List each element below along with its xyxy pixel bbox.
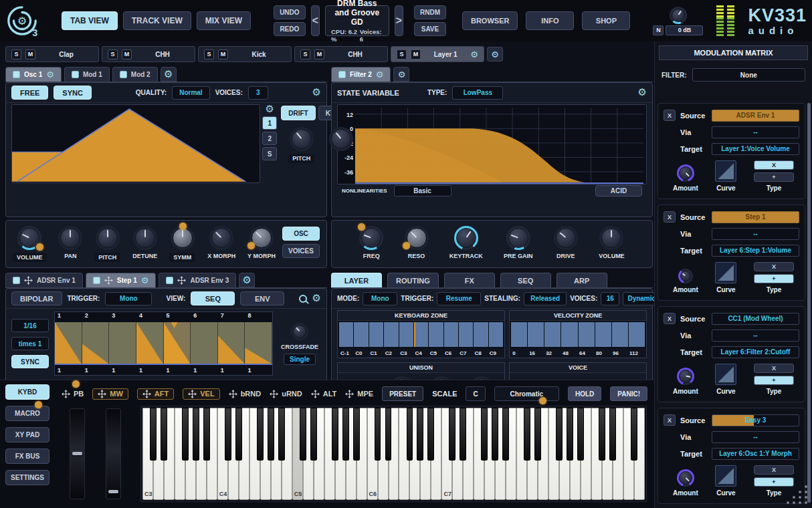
step-cell[interactable] [82, 322, 110, 364]
black-key[interactable] [257, 408, 264, 461]
target-select[interactable]: Layer 6:Osc 1:Y Morph [712, 448, 799, 460]
wave-select-1[interactable]: 1 [262, 116, 277, 130]
acid-button[interactable]: ACID [595, 185, 642, 197]
black-key[interactable] [492, 408, 498, 461]
mode-select[interactable]: Mono [363, 292, 397, 305]
mute-button[interactable]: M [122, 49, 132, 59]
layer-gear-icon[interactable]: ⚙ [470, 50, 478, 59]
mod-source-mpe[interactable]: MPE [345, 390, 373, 398]
chromatic-select[interactable]: Chromatic [494, 386, 559, 401]
zone-cell[interactable] [544, 322, 561, 347]
pitch-bend-wheel[interactable] [70, 408, 85, 499]
wave-select-s[interactable]: S [262, 147, 277, 160]
speed-knob[interactable] [329, 127, 353, 151]
layer-trigger-select[interactable]: Resume [437, 292, 481, 305]
zone-cell[interactable] [561, 322, 577, 347]
nav-info-button[interactable]: INFO [526, 11, 574, 30]
amount-knob[interactable] [677, 164, 694, 182]
target-select[interactable]: Layer 6:Step 1:Volume [712, 245, 799, 257]
via-select[interactable]: -- [712, 330, 799, 342]
type-plus-button[interactable]: + [754, 172, 794, 182]
nonlinearities-select[interactable]: Basic [394, 185, 451, 197]
black-key[interactable] [353, 408, 360, 461]
seq-view-button[interactable]: SEQ [191, 291, 235, 305]
target-select[interactable]: Layer 1:Voice Volume [712, 143, 799, 155]
source-select[interactable]: ADSR Env 1 [712, 110, 799, 122]
stealing-select[interactable]: Released [524, 292, 567, 305]
pan-knob[interactable] [58, 226, 82, 250]
tab-adsr-env-3[interactable]: ADSR Env 3 [159, 273, 236, 287]
sync-button[interactable]: SYNC [54, 86, 92, 100]
osc-button[interactable]: OSC [282, 227, 320, 241]
step-cell[interactable] [164, 322, 191, 364]
tab-gear-icon[interactable]: ⚙ [141, 276, 149, 285]
amount-knob[interactable] [678, 269, 693, 283]
matrix-filter-select[interactable]: None [692, 68, 805, 82]
delete-slot-button[interactable]: X [664, 110, 676, 121]
black-key[interactable] [407, 408, 413, 461]
tab-osc-1[interactable]: Osc 1⚙ [5, 67, 62, 82]
black-key[interactable] [278, 408, 285, 461]
zone-cell[interactable] [528, 322, 544, 347]
tab-gear-icon[interactable]: ⚙ [46, 70, 54, 79]
mod-source-brnd[interactable]: bRND [229, 390, 262, 398]
step-cell[interactable] [55, 322, 82, 364]
gear-icon[interactable]: ⚙ [491, 50, 499, 59]
sidebar-kybd[interactable]: KYBD [5, 384, 49, 400]
solo-button[interactable]: S [204, 49, 214, 59]
view-tab-tab-view[interactable]: TAB VIEW [62, 11, 118, 30]
black-key[interactable] [502, 408, 509, 461]
zone-cell[interactable] [511, 322, 527, 347]
tab-filter-2[interactable]: Filter 2 ⚙ [331, 67, 391, 82]
osc-voices-value[interactable]: 3 [248, 86, 268, 100]
source-select[interactable]: Easy 3 [712, 414, 799, 426]
view-tab-track-view[interactable]: TRACK VIEW [123, 11, 191, 30]
black-key[interactable] [599, 408, 605, 461]
zone-cell[interactable] [339, 322, 353, 347]
quality-select[interactable]: Normal [172, 86, 209, 100]
black-key[interactable] [342, 408, 349, 461]
master-db-value[interactable]: 0 dB [666, 25, 703, 35]
type-x-button[interactable]: X [754, 364, 794, 373]
filter-graph[interactable]: 120-12-24-36 [337, 104, 647, 184]
c-select[interactable]: C [466, 386, 485, 401]
black-key[interactable] [481, 408, 488, 461]
via-select[interactable]: -- [712, 228, 799, 240]
tab-mod-2[interactable]: Mod 2 [112, 67, 158, 82]
via-select[interactable]: -- [712, 431, 799, 443]
zone-cell[interactable] [612, 322, 628, 347]
prev-preset-button[interactable]: < [311, 5, 320, 36]
black-key[interactable] [193, 408, 199, 461]
type-plus-button[interactable]: + [754, 274, 794, 283]
delete-slot-button[interactable]: X [664, 211, 676, 223]
osc-settings-gear-icon[interactable]: ⚙ [312, 88, 321, 98]
zone-cell[interactable] [629, 322, 645, 347]
delete-slot-button[interactable]: X [664, 313, 676, 324]
zone-cell[interactable] [384, 322, 398, 347]
enable-checkbox[interactable] [72, 71, 79, 78]
mute-button[interactable]: M [25, 49, 35, 59]
black-key[interactable] [460, 408, 466, 461]
solo-button[interactable]: S [300, 49, 310, 59]
curve-button[interactable] [715, 465, 736, 487]
curve-button[interactable] [715, 160, 736, 182]
zone-cell[interactable] [474, 322, 488, 347]
trigger-select[interactable]: Mono [105, 292, 152, 305]
master-volume-knob[interactable] [670, 7, 687, 24]
undo-button[interactable]: UNDO [274, 5, 305, 19]
enable-checkbox[interactable] [93, 277, 100, 284]
waveform-display[interactable] [11, 104, 260, 183]
piano[interactable]: C3C4C5C6C7 [142, 408, 645, 500]
black-key[interactable] [161, 408, 167, 461]
nav-browser-button[interactable]: BROWSER [462, 11, 518, 30]
mod-source-alt[interactable]: ALT [311, 390, 337, 398]
nav-shop-button[interactable]: SHOP [582, 11, 630, 30]
keytrack-knob[interactable] [454, 226, 478, 250]
zone-cell[interactable] [369, 322, 383, 347]
black-key[interactable] [375, 408, 381, 461]
enable-checkbox[interactable] [13, 71, 20, 78]
solo-button[interactable]: S [108, 49, 118, 59]
tab-layer[interactable]: LAYER [331, 273, 382, 287]
filter-tab-gear-icon[interactable]: ⚙ [376, 70, 384, 79]
env-view-button[interactable]: ENV [240, 291, 284, 305]
